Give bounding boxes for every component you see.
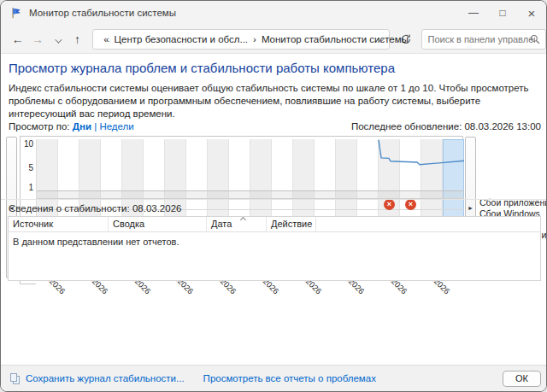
address-bar[interactable]: « Центр безопасности и обсл... › Монитор… — [92, 29, 390, 50]
breadcrumb-current[interactable]: Монитор стабильности системы — [262, 34, 409, 44]
ok-button[interactable]: ОК — [503, 371, 541, 387]
y-axis-tick-label: 5 — [21, 163, 33, 173]
search-icon[interactable] — [530, 34, 540, 44]
search-input[interactable] — [427, 31, 535, 48]
breadcrumb-separator: › — [253, 34, 256, 44]
column-header-action[interactable]: Действие — [267, 217, 316, 231]
y-axis-tick-label: 10 — [21, 139, 33, 149]
window-title: Монитор стабильности системы — [29, 8, 176, 18]
column-header-date[interactable]: Дата — [207, 217, 267, 231]
table-header-row: Источник Сводка Дата Действие — [9, 217, 540, 232]
back-button[interactable]: ← — [8, 32, 27, 46]
column-header-summary[interactable]: Сводка — [109, 217, 207, 231]
up-button[interactable]: ↑ — [68, 32, 87, 46]
chevron-down-icon — [55, 36, 62, 43]
view-by-separator: | — [94, 121, 97, 132]
reports-table: Источник Сводка Дата Действие В данном п… — [8, 216, 541, 281]
minimize-button[interactable]: — — [459, 1, 488, 25]
stability-index-line — [37, 139, 464, 190]
view-by-switch: Просмотр по: Дни | Недели — [9, 121, 134, 132]
view-all-reports-link[interactable]: Просмотреть все отчеты о проблемах — [203, 373, 376, 383]
stability-details-label: Сведения о стабильности: 08.03.2026 — [9, 203, 181, 214]
search-box — [421, 29, 546, 50]
save-report-icon — [10, 373, 20, 384]
column-header-source[interactable]: Источник — [9, 217, 109, 231]
column-header-empty — [316, 217, 540, 231]
footer-bar: Сохранить журнал стабильности... Просмот… — [1, 365, 547, 391]
error-circle[interactable]: × — [405, 199, 416, 210]
reliability-monitor-window: Монитор стабильности системы — □ × ← → ↑… — [0, 0, 547, 392]
page-description: Индекс стабильности системы оценивает об… — [9, 82, 538, 120]
view-by-label: Просмотр по: — [9, 121, 70, 132]
close-button[interactable]: × — [517, 1, 546, 25]
empty-table-message: В данном представлении нет отчетов. — [9, 232, 540, 247]
save-history-link[interactable]: Сохранить журнал стабильности... — [26, 373, 185, 383]
sort-ascending-icon — [240, 217, 246, 223]
reliability-flag-icon — [10, 7, 22, 19]
title-bar: Монитор стабильности системы — □ × — [1, 1, 546, 25]
breadcrumb-prefix: « — [103, 34, 109, 44]
error-circle[interactable]: × — [384, 199, 395, 210]
last-update-text: Последнее обновление: 08.03.2026 13:00 — [351, 121, 541, 132]
breadcrumb-root[interactable]: Центр безопасности и обсл... — [115, 34, 249, 44]
main-content: Просмотр журнала проблем и стабильности … — [1, 54, 547, 366]
maximize-button[interactable]: □ — [488, 1, 517, 25]
view-by-days-link[interactable]: Дни — [73, 121, 91, 132]
nav-history-dropdown[interactable] — [48, 32, 68, 46]
forward-button[interactable]: → — [27, 32, 47, 46]
navigation-bar: ← → ↑ « Центр безопасности и обсл... › М… — [1, 25, 546, 54]
graph-rows-separator — [37, 190, 464, 199]
y-axis-tick-label: 1 — [21, 183, 33, 192]
view-by-weeks-link[interactable]: Недели — [99, 121, 133, 132]
section-divider — [1, 199, 547, 200]
page-title: Просмотр журнала проблем и стабильности … — [9, 61, 395, 75]
